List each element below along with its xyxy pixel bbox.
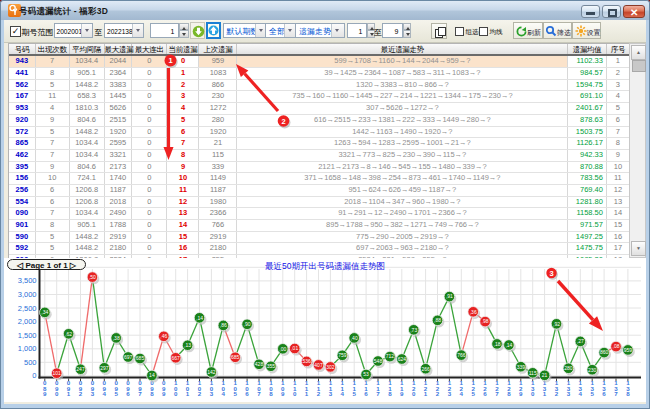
svg-text:624: 624 [398,356,407,362]
svg-text:,27: ,27 [577,339,584,345]
svg-text:9: 9 [43,390,47,397]
svg-text:0: 0 [412,390,416,397]
svg-text:1: 1 [305,390,309,397]
svg-text:142: 142 [207,369,216,375]
svg-text:4: 4 [579,390,583,397]
svg-text:8: 8 [269,390,273,397]
svg-text:9: 9 [400,390,404,397]
svg-text:,36: ,36 [470,309,477,315]
svg-text:766: 766 [457,352,466,358]
svg-text:,18: ,18 [494,341,501,347]
svg-text:355: 355 [267,363,276,369]
svg-text:1: 1 [186,390,190,397]
svg-text:115: 115 [529,370,537,376]
svg-text:,00: ,00 [279,346,286,352]
svg-text:7: 7 [614,390,618,397]
svg-text:,91: ,91 [446,294,453,300]
svg-text:9: 9 [162,390,166,397]
svg-text:536: 536 [302,359,311,365]
svg-text:1,500: 1,500 [18,331,37,340]
svg-text:7: 7 [138,390,142,397]
svg-text:667: 667 [172,355,181,361]
svg-text:2: 2 [198,390,202,397]
svg-text:0: 0 [531,390,535,397]
svg-text:,38: ,38 [113,335,120,341]
svg-text:4: 4 [222,390,226,397]
svg-text:21: 21 [542,372,548,378]
svg-text:1: 1 [543,390,547,397]
svg-text:2: 2 [436,390,440,397]
svg-text:7: 7 [376,390,380,397]
svg-text:6: 6 [483,390,487,397]
svg-text:,08: ,08 [613,344,620,350]
svg-text:266: 266 [421,366,430,372]
svg-text:302: 302 [326,364,335,370]
svg-text:,46: ,46 [160,333,167,339]
svg-text:0: 0 [32,372,36,381]
svg-text:3,000: 3,000 [18,290,37,299]
svg-text:0: 0 [174,390,178,397]
svg-text:8: 8 [507,390,511,397]
svg-text:4: 4 [341,390,345,397]
svg-text:3: 3 [448,390,452,397]
svg-text:,40: ,40 [351,335,358,341]
svg-text:500: 500 [24,358,37,367]
svg-text:9: 9 [281,390,285,397]
svg-text:,01: ,01 [291,346,298,352]
svg-text:2,000: 2,000 [18,317,37,326]
svg-text:7: 7 [257,390,261,397]
svg-text:4: 4 [460,390,464,397]
svg-text:5: 5 [114,390,118,397]
svg-text:2: 2 [555,390,559,397]
svg-text:6: 6 [126,390,130,397]
svg-text:959: 959 [624,347,633,353]
svg-text:6: 6 [602,390,606,397]
svg-text:3,500: 3,500 [18,277,37,286]
svg-text:,14: ,14 [196,315,203,321]
svg-text:230: 230 [588,367,597,373]
svg-text:,73: ,73 [410,327,417,333]
svg-text:685: 685 [231,354,240,360]
svg-text:0: 0 [55,390,59,397]
svg-text:860: 860 [600,350,609,356]
svg-text:5: 5 [352,390,356,397]
svg-text:4: 4 [103,390,107,397]
svg-text:101: 101 [53,370,62,376]
svg-text:297: 297 [100,365,109,371]
svg-text:,13: ,13 [184,342,191,348]
svg-text:2: 2 [79,390,83,397]
svg-text:,92: ,92 [553,321,560,327]
svg-text:,86: ,86 [220,323,227,329]
svg-text:1: 1 [424,390,428,397]
svg-text:,88: ,88 [434,317,441,323]
svg-text:14: 14 [149,373,155,379]
svg-text:759: 759 [338,352,347,358]
svg-text:548: 548 [374,358,383,364]
svg-text:6: 6 [245,390,249,397]
svg-text:1,000: 1,000 [18,345,37,354]
svg-text:8: 8 [626,390,630,397]
svg-text:3: 3 [210,390,214,397]
svg-text:280: 280 [564,365,573,371]
svg-text:9: 9 [519,390,523,397]
svg-text:,90: ,90 [244,321,251,327]
svg-text:3: 3 [329,390,333,397]
svg-text:8: 8 [388,390,392,397]
svg-text:685: 685 [136,356,145,362]
svg-text:697: 697 [124,354,133,360]
svg-text:2,500: 2,500 [18,304,37,313]
svg-text:7: 7 [495,390,499,397]
svg-text:,34: ,34 [41,310,48,316]
svg-text:5: 5 [233,390,237,397]
svg-text:,98: ,98 [482,319,489,325]
svg-text:428: 428 [255,361,264,367]
svg-text:712: 712 [386,354,395,360]
svg-text:339: 339 [517,364,526,370]
svg-text:3: 3 [567,390,571,397]
svg-text:2: 2 [317,390,321,397]
svg-text:1: 1 [67,390,71,397]
svg-text:407: 407 [314,362,323,368]
svg-text:0: 0 [293,390,297,397]
svg-text:53: 53 [363,372,369,378]
svg-text:8: 8 [150,390,154,397]
